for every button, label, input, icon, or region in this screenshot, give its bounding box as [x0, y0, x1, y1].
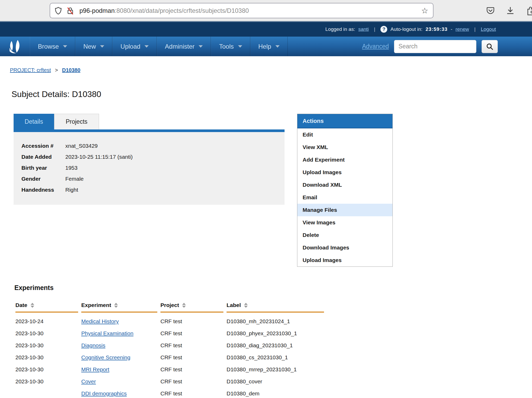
chevron-down-icon: [100, 45, 104, 48]
action-delete[interactable]: Delete: [297, 229, 392, 241]
action-edit[interactable]: Edit: [297, 128, 392, 141]
experiment-link[interactable]: Physical Examination: [81, 330, 134, 336]
experiment-row: 2023-10-24Medical HistoryCRF testD10380_…: [15, 315, 532, 327]
extensions-puzzle-icon[interactable]: [526, 6, 532, 15]
actions-list: EditView XMLAdd ExperimentUpload ImagesD…: [297, 128, 392, 266]
column-header-experiment[interactable]: Experiment: [81, 302, 157, 313]
advanced-search-link[interactable]: Advanced: [362, 43, 389, 50]
url-bar[interactable]: p96-podman:8080/xnat/data/projects/crfte…: [50, 3, 433, 18]
nav-item-upload[interactable]: Upload: [112, 37, 157, 56]
experiment-link[interactable]: Cover: [81, 378, 96, 384]
bookmark-star-icon[interactable]: ☆: [421, 6, 428, 15]
experiment-row: 2023-10-30Physical ExaminationCRF testD1…: [15, 327, 532, 339]
column-header-date[interactable]: Date: [15, 302, 78, 313]
chevron-down-icon: [144, 45, 149, 48]
nav-item-label: Upload: [120, 43, 140, 50]
action-download-images[interactable]: Download Images: [297, 241, 392, 254]
username-link[interactable]: santi: [358, 26, 369, 32]
chevron-down-icon: [63, 45, 67, 48]
detail-row-handedness: HandednessRight: [21, 184, 277, 195]
nav-item-tools[interactable]: Tools: [211, 37, 250, 56]
insecure-lock-icon[interactable]: [67, 7, 74, 15]
separator: |: [374, 26, 375, 32]
experiment-link[interactable]: Cognitive Screening: [81, 354, 130, 360]
nav-item-browse[interactable]: Browse: [30, 37, 75, 56]
search-input[interactable]: [394, 40, 476, 53]
downloads-icon[interactable]: [506, 6, 515, 15]
column-header-label: Experiment: [81, 302, 111, 308]
url-text: p96-podman:8080/xnat/data/projects/crfte…: [79, 7, 418, 14]
search-button[interactable]: [482, 40, 498, 53]
experiment-project: CRF test: [160, 330, 223, 337]
experiment-date: 2023-10-30: [15, 342, 78, 349]
experiments-title: Experiments: [14, 284, 532, 292]
experiment-cell: Cover: [81, 378, 157, 385]
detail-value: 1953: [65, 162, 78, 173]
sort-up-arrow: [31, 303, 34, 305]
experiment-cell: Diagnosis: [81, 342, 157, 349]
tab-details[interactable]: Details: [14, 114, 54, 129]
chevron-down-icon: [238, 45, 242, 48]
sort-icon: [31, 303, 34, 308]
detail-label: Birth year: [21, 162, 65, 173]
experiment-project: CRF test: [160, 318, 223, 325]
nav-item-administer[interactable]: Administer: [157, 37, 211, 56]
logout-link[interactable]: Logout: [481, 26, 496, 32]
chevron-down-icon: [275, 45, 280, 48]
action-view-xml[interactable]: View XML: [297, 141, 392, 153]
sort-up-arrow: [244, 303, 248, 305]
action-upload-images[interactable]: Upload Images: [297, 254, 392, 266]
url-path: :8080/xnat/data/projects/crftest/subject…: [115, 7, 249, 14]
renew-link[interactable]: renew: [455, 26, 469, 32]
breadcrumb-subject-link[interactable]: D10380: [62, 67, 80, 73]
nav-item-help[interactable]: Help: [250, 37, 288, 56]
experiments-section: Experiments DateExperimentProjectLabel 2…: [14, 284, 532, 398]
experiment-link[interactable]: DDI demographics: [81, 390, 127, 396]
breadcrumb: PROJECT: crftest > D10380: [10, 67, 532, 73]
action-download-xml[interactable]: Download XML: [297, 179, 392, 191]
experiment-date: 2023-10-30: [15, 378, 78, 385]
experiment-link[interactable]: Diagnosis: [81, 342, 105, 348]
experiment-cell: Physical Examination: [81, 330, 157, 337]
experiment-row: 2023-10-30MRI ReportCRF testD10380_mrrep…: [15, 363, 532, 376]
experiments-table-header: DateExperimentProjectLabel: [15, 302, 532, 313]
experiment-link[interactable]: Medical History: [81, 318, 119, 324]
xnat-logo[interactable]: [4, 37, 25, 56]
experiment-project: CRF test: [160, 342, 223, 349]
detail-row-accession: Accession #xnat_S03429: [21, 140, 277, 151]
column-header-label[interactable]: Label: [227, 302, 324, 313]
column-header-label: Label: [227, 302, 241, 308]
sort-down-arrow: [114, 306, 118, 308]
column-header-project[interactable]: Project: [160, 302, 223, 313]
pocket-icon[interactable]: [486, 6, 495, 15]
experiment-link[interactable]: MRI Report: [81, 366, 109, 372]
action-upload-images[interactable]: Upload Images: [297, 166, 392, 179]
sort-icon: [114, 303, 118, 308]
tab-projects[interactable]: Projects: [54, 114, 99, 129]
action-add-experiment[interactable]: Add Experiment: [297, 153, 392, 166]
logged-in-label: Logged in as:: [325, 26, 355, 32]
action-manage-files[interactable]: Manage Files: [297, 204, 392, 216]
active-tab-strip: [14, 129, 285, 132]
action-view-images[interactable]: View Images: [297, 216, 392, 229]
nav-item-new[interactable]: New: [75, 37, 112, 56]
detail-value: Right: [65, 184, 78, 195]
experiment-date: 2023-10-24: [15, 318, 78, 325]
shield-icon[interactable]: [55, 7, 62, 15]
detail-label: Handedness: [21, 184, 65, 195]
action-email[interactable]: Email: [297, 191, 392, 204]
nav-item-label: New: [83, 43, 96, 50]
detail-label: Accession #: [21, 140, 65, 151]
experiment-label: D10380_diag_20231030_1: [227, 342, 324, 349]
detail-value: 2023-10-25 11:15:17 (santi): [65, 151, 133, 162]
experiment-cell: DDI demographics: [81, 390, 157, 397]
sort-down-arrow: [31, 306, 34, 308]
experiment-project: CRF test: [160, 366, 223, 373]
experiment-row: DDI demographicsCRF testD10380_dem: [15, 388, 532, 398]
breadcrumb-project-link[interactable]: PROJECT: crftest: [10, 67, 51, 73]
nav-item-label: Administer: [165, 43, 194, 50]
nav-menu: BrowseNewUploadAdministerToolsHelp: [30, 37, 288, 56]
help-icon[interactable]: ?: [380, 26, 387, 33]
detail-label: Date Added: [21, 151, 65, 162]
experiment-label: D10380_phyex_20231030_1: [227, 330, 324, 337]
